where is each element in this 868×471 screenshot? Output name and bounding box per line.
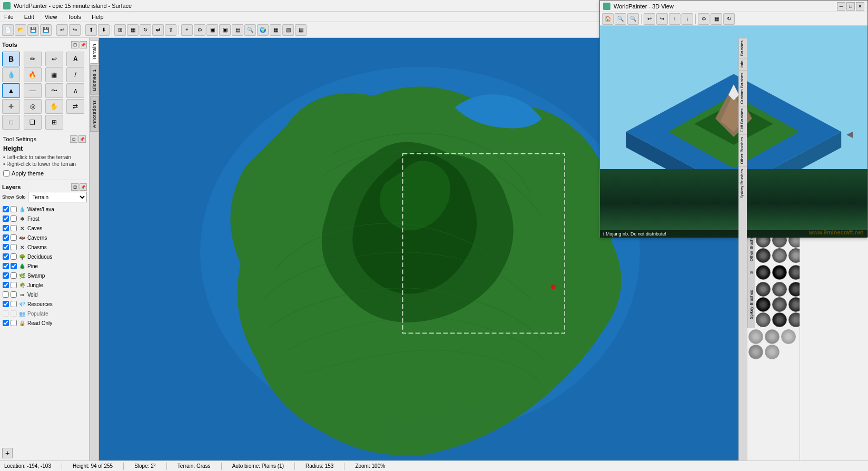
layer-pine-solo[interactable] [11,263,17,269]
brush-ex-3[interactable] [781,329,796,344]
brush-sp-9[interactable] [788,312,800,327]
layer-resources[interactable]: 💎 Resources [2,299,87,309]
brush-other-5[interactable] [772,248,787,263]
tb-new[interactable]: 📄 [2,24,14,36]
3d-zoom-in[interactable]: 🔍 [615,13,626,25]
brush-other-4[interactable] [756,248,771,263]
tb-plus[interactable]: + [181,24,193,36]
tb-saveas[interactable]: 💾 [40,24,52,36]
layer-readonly-solo[interactable] [11,320,17,326]
layer-populate-solo[interactable] [11,310,17,317]
tool-sel1[interactable]: □ [2,115,20,130]
menu-help[interactable]: Help [90,13,106,21]
tool-pencil[interactable]: ✏ [24,52,42,66]
layer-caves[interactable]: ✕ Caves [2,223,87,233]
tool-ridge[interactable]: ∧ [66,83,84,98]
tool-flatten[interactable]: — [24,83,42,98]
tool-sel3[interactable]: ⊞ [45,115,63,130]
layer-water-show[interactable] [3,206,9,212]
tools-minimize[interactable]: ⊡ [71,41,78,48]
brush-sp-6[interactable] [788,297,800,312]
brush-other-6[interactable] [788,248,800,263]
layer-jungle-solo[interactable] [11,282,17,288]
3d-rotate-r[interactable]: ↪ [656,13,668,25]
layer-jungle-show[interactable] [3,282,9,288]
tool-raise[interactable]: ▲ [2,83,20,98]
tab-other-brushes[interactable]: Other Brushes [739,134,747,166]
tool-settings-minimize[interactable]: ⊡ [70,135,77,143]
tools-pin[interactable]: 📌 [80,41,87,48]
tool-flip[interactable]: ⇄ [66,99,84,114]
layers-minimize[interactable]: ⊡ [71,183,78,191]
tb-shift[interactable]: ⇧ [165,24,176,36]
brush-s-2[interactable] [772,265,787,280]
3d-grid[interactable]: ▦ [711,13,722,25]
tool-eye[interactable]: ◎ [24,99,42,114]
tab-biomes[interactable]: Biomes 1 [90,65,98,95]
layer-jungle[interactable]: 🌴 Jungle [2,280,87,290]
layer-pine-show[interactable] [3,263,9,269]
tb-export[interactable]: ⬆ [85,24,97,36]
tool-line[interactable]: / [66,67,84,82]
tool-water[interactable]: 💧 [2,67,20,82]
tb-flip[interactable]: ⇄ [152,24,164,36]
tb-view6[interactable]: ▦ [270,24,281,36]
layer-caverns-show[interactable] [3,234,9,241]
tab-cliff-brushes[interactable]: Cliff Brushes [739,106,747,134]
layer-swamp-show[interactable] [3,272,9,279]
layer-caverns-solo[interactable] [11,234,17,241]
layer-readonly-show[interactable] [3,320,9,326]
add-layer-button[interactable]: + [2,448,13,458]
tab-spikey-brushes[interactable]: Spikey Brushes [739,166,747,201]
brush-sp-5[interactable] [772,297,787,312]
brush-sp-4[interactable] [756,297,771,312]
brush-sp-3[interactable] [788,282,800,297]
tb-merge[interactable]: ⊞ [114,24,126,36]
brush-sp-2[interactable] [772,282,787,297]
layer-water[interactable]: 💧 Water/Lava [2,204,87,214]
layer-resources-solo[interactable] [11,301,17,307]
tool-fire[interactable]: 🔥 [24,67,42,82]
tb-view3[interactable]: ▤ [232,24,243,36]
layer-deciduous-solo[interactable] [11,253,17,260]
spikey-label[interactable]: Spikey Brushes [747,281,755,328]
layer-populate[interactable]: 👥 Populate [2,309,87,318]
layer-chasms-show[interactable] [3,244,9,250]
layer-chasms-solo[interactable] [11,244,17,250]
layer-void-solo[interactable] [11,291,17,298]
tab-brushes[interactable]: Brushes [739,38,747,58]
layer-frost[interactable]: ❄ Frost [2,214,87,223]
tb-rotate[interactable]: ↻ [140,24,151,36]
tb-view4[interactable]: 🔍 [244,24,256,36]
layer-frost-show[interactable] [3,215,9,222]
brush-ex-1[interactable] [748,329,763,344]
layer-resources-show[interactable] [3,301,9,307]
brush-sp-1[interactable] [756,282,771,297]
s-label[interactable]: S [747,264,755,281]
layer-deciduous[interactable]: 🌳 Deciduous [2,252,87,261]
tool-hand[interactable]: ✋ [45,99,63,114]
tb-undo[interactable]: ↩ [56,24,68,36]
menu-view[interactable]: View [43,13,60,21]
tb-open[interactable]: 📂 [15,24,26,36]
tb-view2[interactable]: ▣ [219,24,231,36]
layer-populate-show[interactable] [3,310,9,317]
tool-layer[interactable]: ▦ [45,67,63,82]
layer-caverns[interactable]: 🦇 Caverns [2,233,87,242]
layer-water-solo[interactable] [11,206,17,212]
layer-caves-solo[interactable] [11,225,17,231]
layer-readonly[interactable]: 🔒 Read Only [2,318,87,328]
layer-caves-show[interactable] [3,225,9,231]
tb-view7[interactable]: ▧ [282,24,294,36]
tb-save[interactable]: 💾 [27,24,39,36]
tab-custom-brushes[interactable]: Custom Brushes [739,70,747,106]
view3d-maximize[interactable]: □ [846,2,855,11]
3d-rotate-l[interactable]: ↩ [644,13,655,25]
tb-view5[interactable]: 🌍 [257,24,269,36]
brush-ex-5[interactable] [765,345,780,359]
tb-chunk[interactable]: ▦ [127,24,139,36]
layer-swamp-solo[interactable] [11,272,17,279]
tb-view1[interactable]: ▣ [206,24,218,36]
layer-void-show[interactable] [3,291,9,298]
brush-sp-8[interactable] [772,312,787,327]
